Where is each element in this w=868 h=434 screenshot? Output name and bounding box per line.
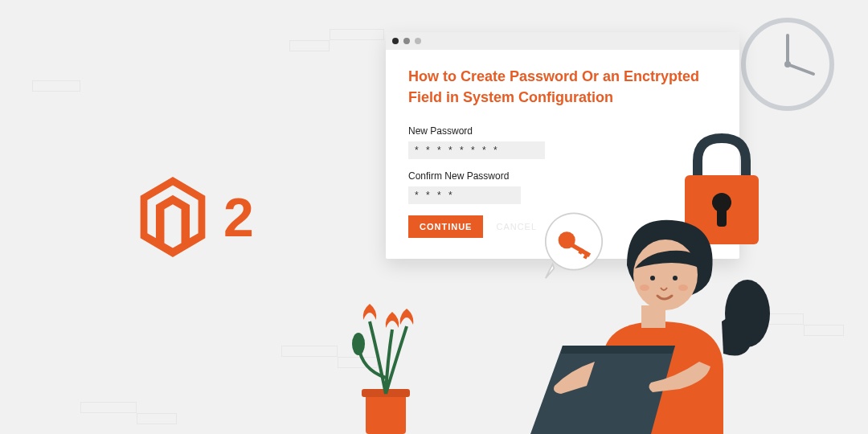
svg-point-17 — [650, 276, 655, 280]
window-control-dot — [415, 38, 421, 44]
bg-brick — [137, 413, 177, 424]
svg-point-18 — [673, 276, 678, 280]
bg-brick — [80, 402, 137, 413]
clock-icon — [739, 16, 836, 113]
tulip-plant-icon — [330, 281, 442, 434]
magento-logo: 2 — [137, 177, 254, 257]
svg-rect-12 — [366, 394, 406, 434]
svg-point-14 — [352, 333, 365, 355]
svg-point-20 — [678, 285, 688, 291]
bg-brick — [804, 325, 844, 336]
magento-version: 2 — [223, 186, 254, 248]
dialog-heading: How to Create Password Or an Enctrypted … — [408, 66, 717, 108]
window-control-dot — [392, 38, 399, 44]
new-password-label: New Password — [408, 125, 717, 137]
svg-line-2 — [788, 64, 813, 74]
continue-button[interactable]: CONTINUE — [408, 215, 483, 238]
window-control-dot — [403, 38, 410, 44]
svg-point-19 — [640, 285, 649, 291]
bg-brick — [32, 80, 80, 92]
window-titlebar — [386, 32, 739, 50]
svg-rect-21 — [641, 305, 665, 328]
person-illustration — [514, 201, 772, 434]
magento-hexagon-icon — [137, 177, 209, 257]
svg-point-3 — [784, 61, 791, 68]
confirm-password-input[interactable] — [408, 186, 521, 204]
new-password-input[interactable] — [408, 141, 545, 159]
confirm-password-label: Confirm New Password — [408, 170, 717, 182]
bg-brick — [330, 29, 384, 40]
bg-brick — [289, 40, 330, 51]
